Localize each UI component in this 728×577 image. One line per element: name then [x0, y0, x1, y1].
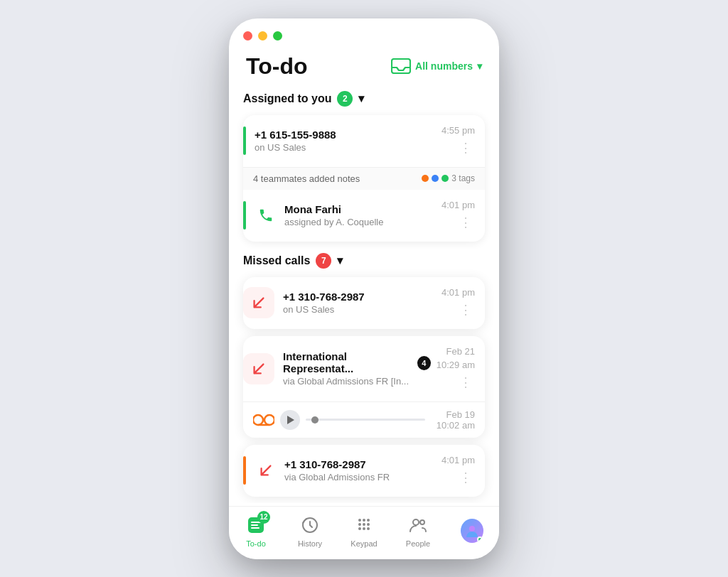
missed-badge: 7: [316, 253, 331, 269]
missed-item-2-menu[interactable]: ⋮: [456, 373, 475, 392]
svg-point-18: [413, 519, 419, 525]
assigned-section: Assigned to you 2 ▾ +1 615-155-9888 on U…: [243, 91, 485, 242]
maximize-button[interactable]: [273, 31, 282, 41]
svg-point-1: [253, 415, 263, 425]
todo-badge: 12: [257, 511, 270, 524]
avatar-icon: [461, 519, 483, 542]
svg-point-20: [469, 526, 475, 532]
assigned-chevron: ▾: [358, 92, 364, 105]
missed-card-1[interactable]: +1 310-768-2987 on US Sales 4:01 pm ⋮: [243, 277, 485, 329]
online-indicator: [477, 536, 483, 542]
history-icon: [299, 514, 321, 536]
traffic-lights: [229, 18, 499, 48]
orange-accent: [243, 456, 246, 485]
assigned-item-1-phone: +1 615-155-9888: [255, 129, 436, 141]
missed-item-2-time: Feb 21: [446, 346, 475, 357]
people-icon: [407, 514, 429, 536]
assigned-item-1-sub: on US Sales: [255, 142, 436, 153]
svg-point-10: [363, 519, 365, 522]
missed-card-3[interactable]: +1 310-768-2987 via Global Admissions FR…: [243, 445, 485, 497]
missed-phone-icon: [255, 459, 277, 482]
missed-arrow-icon-2: [243, 353, 274, 384]
close-button[interactable]: [243, 31, 252, 41]
missed-item-3-right: 4:01 pm ⋮: [441, 455, 475, 487]
missed-item-3-phone: +1 310-768-2987: [284, 458, 436, 470]
tab-bar: 12 To-do History: [229, 506, 499, 559]
vm-time: Feb 19 10:02 am: [437, 409, 475, 431]
tag-dot-1: [422, 175, 429, 182]
todo-icon: 12: [245, 514, 267, 536]
missed-item-1-content: +1 310-768-2987 on US Sales: [283, 291, 436, 315]
missed-item-1[interactable]: +1 310-768-2987 on US Sales 4:01 pm ⋮: [243, 277, 485, 329]
assigned-header: Assigned to you 2 ▾: [243, 91, 485, 107]
svg-point-12: [358, 523, 361, 526]
tab-people-label: People: [406, 539, 430, 548]
inbox-icon: [391, 58, 411, 74]
tags-label: 3 tags: [451, 173, 475, 183]
tag-dot-3: [441, 175, 449, 182]
green-accent-2: [243, 201, 246, 230]
svg-point-19: [420, 520, 424, 524]
filter-button[interactable]: All numbers ▾: [391, 58, 482, 74]
progress-indicator: [311, 416, 318, 424]
missed-chevron: ▾: [337, 254, 343, 267]
svg-point-13: [363, 523, 365, 526]
assigned-item-1[interactable]: +1 615-155-9888 on US Sales 4:55 pm ⋮: [243, 115, 485, 167]
svg-point-17: [367, 527, 370, 530]
msg-count-badge: 4: [417, 356, 431, 370]
chevron-down-icon: ▾: [477, 60, 482, 72]
missed-item-1-menu[interactable]: ⋮: [456, 301, 475, 319]
assigned-card-group: +1 615-155-9888 on US Sales 4:55 pm ⋮ 4 …: [243, 115, 485, 242]
tab-todo-label: To-do: [246, 539, 266, 548]
tag-dot-2: [432, 175, 439, 182]
svg-point-15: [358, 527, 361, 530]
assigned-item-1-time: 4:55 pm: [441, 125, 475, 136]
missed-item-1-time: 4:01 pm: [441, 287, 475, 298]
svg-point-14: [367, 523, 370, 526]
svg-point-16: [363, 527, 365, 530]
missed-item-2-sub: via Global Admissions FR [In...: [283, 376, 431, 387]
assigned-item-2[interactable]: Mona Farhi assigned by A. Coquelle 4:01 …: [243, 190, 485, 242]
play-triangle: [287, 416, 294, 424]
tab-avatar[interactable]: [451, 519, 493, 542]
missed-label: Missed calls: [243, 254, 310, 267]
missed-item-3-content: +1 310-768-2987 via Global Admissions FR: [284, 458, 436, 482]
missed-item-3-menu[interactable]: ⋮: [456, 468, 475, 487]
assigned-badge: 2: [337, 91, 353, 107]
missed-item-3-time: 4:01 pm: [441, 455, 475, 465]
missed-item-1-right: 4:01 pm ⋮: [441, 287, 475, 319]
assigned-item-1-right: 4:55 pm ⋮: [441, 125, 475, 157]
missed-item-2[interactable]: International Representat... 4 via Globa…: [243, 336, 485, 401]
app-header: To-do All numbers ▾: [229, 48, 499, 91]
missed-item-2-phone: International Representat...: [283, 350, 413, 374]
phone-icon: [255, 204, 277, 227]
missed-item-3[interactable]: +1 310-768-2987 via Global Admissions FR…: [243, 445, 485, 497]
svg-point-2: [264, 415, 274, 425]
green-accent: [243, 126, 246, 155]
minimize-button[interactable]: [258, 31, 267, 41]
tab-keypad[interactable]: Keypad: [343, 514, 385, 548]
missed-card-2[interactable]: International Representat... 4 via Globa…: [243, 336, 485, 438]
tags-group: 3 tags: [422, 173, 475, 183]
voicemail-icon: [253, 413, 274, 427]
page-title: To-do: [246, 53, 307, 80]
tab-people[interactable]: People: [397, 514, 439, 548]
voicemail-row: Feb 19 10:02 am: [243, 401, 485, 438]
assigned-item-1-content: +1 615-155-9888 on US Sales: [255, 129, 436, 153]
vm-date: Feb 19: [437, 409, 475, 420]
keypad-icon: [353, 514, 375, 536]
assigned-item-2-menu[interactable]: ⋮: [456, 213, 475, 232]
assigned-item-2-sub: assigned by A. Coquelle: [284, 217, 436, 227]
tab-todo[interactable]: 12 To-do: [235, 514, 277, 548]
note-row: 4 teammates added notes 3 tags: [243, 167, 485, 190]
tab-history[interactable]: History: [289, 514, 331, 548]
filter-label: All numbers: [415, 60, 473, 72]
missed-arrow-icon: [243, 287, 274, 318]
missed-item-1-sub: on US Sales: [283, 304, 436, 315]
missed-section: Missed calls 7 ▾ +1 310-768-2987: [243, 253, 485, 497]
play-button[interactable]: [280, 410, 300, 430]
user-avatar: [461, 519, 483, 543]
main-content: Assigned to you 2 ▾ +1 615-155-9888 on U…: [229, 91, 499, 503]
missed-header: Missed calls 7 ▾: [243, 253, 485, 269]
assigned-item-1-menu[interactable]: ⋮: [456, 139, 475, 157]
